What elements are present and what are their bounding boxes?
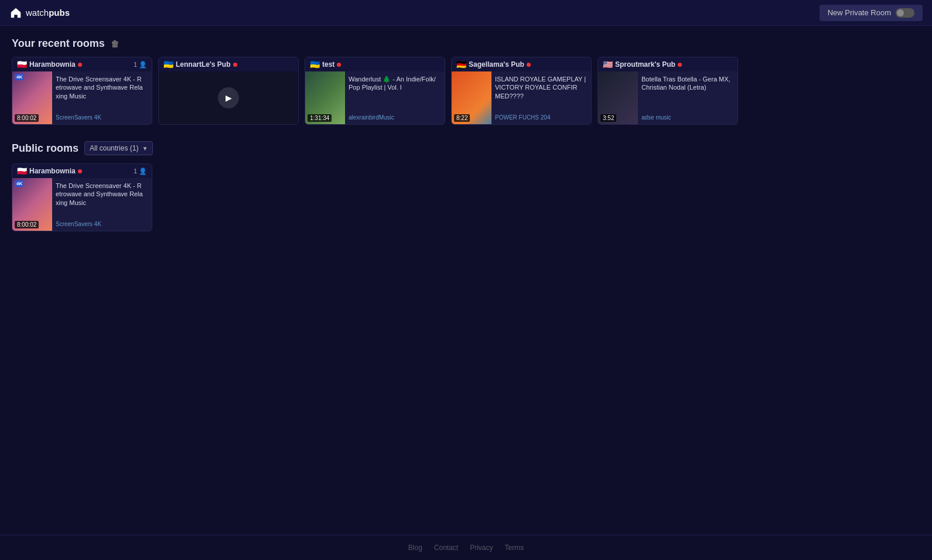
room-card-header: 🇺🇸Sproutmark's Pub xyxy=(598,57,738,71)
room-thumbnail: 3:52Botella Tras Botella - Gera MX, Chri… xyxy=(598,71,738,124)
private-room-toggle[interactable] xyxy=(896,8,914,18)
logo-text: watchpubs xyxy=(26,8,70,18)
video-title: ISLAND ROYALE GAMEPLAY | VICTORY ROYALE … xyxy=(495,75,588,100)
live-dot xyxy=(78,63,82,67)
new-private-room-button[interactable]: New Private Room xyxy=(820,5,923,21)
chevron-down-icon: ▼ xyxy=(142,145,148,152)
4k-badge: 4K xyxy=(15,74,24,80)
video-channel: ScreenSavers 4K xyxy=(56,114,148,121)
room-card-test[interactable]: 🇺🇦test1:31:34Wanderlust 🌲 - An Indie/Fol… xyxy=(305,57,445,125)
video-title: The Drive Screensaver 4K - R etrowave an… xyxy=(56,75,148,100)
contact-link[interactable]: Contact xyxy=(434,544,458,552)
room-name: LennartLe's Pub xyxy=(176,60,231,69)
live-dot xyxy=(337,63,341,67)
flag-icon: 🇵🇱 xyxy=(17,166,27,176)
live-dot xyxy=(678,63,682,67)
person-icon: 👤 xyxy=(139,61,147,69)
privacy-link[interactable]: Privacy xyxy=(470,544,493,552)
room-thumbnail: 4K8:00:02The Drive Screensaver 4K - R et… xyxy=(12,178,152,231)
live-dot xyxy=(233,63,237,67)
room-thumbnail: 8:22ISLAND ROYALE GAMEPLAY | VICTORY ROY… xyxy=(452,71,591,124)
blog-link[interactable]: Blog xyxy=(408,544,422,552)
video-channel: POWER FUCHS 204 xyxy=(495,114,588,121)
play-button[interactable]: ▶ xyxy=(218,87,239,108)
video-title: The Drive Screensaver 4K - R etrowave an… xyxy=(56,182,148,207)
room-card-harambownia[interactable]: 🇵🇱Harambownia1👤4K8:00:02The Drive Screen… xyxy=(12,57,152,125)
video-title: Botella Tras Botella - Gera MX, Christia… xyxy=(641,75,734,92)
flag-icon: 🇺🇸 xyxy=(603,60,613,69)
header: watchpubs New Private Room xyxy=(0,0,932,26)
video-duration: 3:52 xyxy=(600,114,616,122)
live-dot xyxy=(78,169,82,173)
room-thumbnail: 4K8:00:02The Drive Screensaver 4K - R et… xyxy=(12,71,152,124)
recent-rooms-heading: Your recent rooms 🗑 xyxy=(12,37,920,50)
video-duration: 8:22 xyxy=(454,114,470,122)
flag-icon: 🇵🇱 xyxy=(17,60,27,69)
4k-badge: 4K xyxy=(15,180,24,187)
viewer-count: 1👤 xyxy=(134,168,147,175)
video-title: Wanderlust 🌲 - An Indie/Folk/ Pop Playli… xyxy=(349,75,441,92)
viewer-number: 1 xyxy=(134,61,137,68)
room-card-header: 🇺🇦test xyxy=(305,57,445,71)
person-icon: 👤 xyxy=(139,168,147,175)
flag-icon: 🇺🇦 xyxy=(163,60,173,69)
flag-icon: 🇩🇪 xyxy=(456,60,466,69)
video-channel: ScreenSavers 4K xyxy=(56,221,148,227)
room-name: Harambownia xyxy=(29,167,76,175)
flag-icon: 🇺🇦 xyxy=(310,60,320,69)
public-rooms-header: Public rooms All countries (1) ▼ xyxy=(12,141,920,155)
room-card-sagellama[interactable]: 🇩🇪Sagellama's Pub8:22ISLAND ROYALE GAMEP… xyxy=(451,57,592,125)
recent-rooms-row: 🇵🇱Harambownia1👤4K8:00:02The Drive Screen… xyxy=(12,57,920,125)
room-card-lennart[interactable]: 🇺🇦LennartLe's Pub▶ xyxy=(158,57,299,125)
room-card-sproutmark[interactable]: 🇺🇸Sproutmark's Pub3:52Botella Tras Botel… xyxy=(598,57,738,125)
viewer-count: 1👤 xyxy=(134,61,147,69)
room-card-header: 🇩🇪Sagellama's Pub xyxy=(452,57,591,71)
video-channel: alexrainbirdMusic xyxy=(349,114,441,121)
video-channel: adse music xyxy=(641,114,734,121)
terms-link[interactable]: Terms xyxy=(505,544,524,552)
video-duration: 8:00:02 xyxy=(15,114,39,122)
main-content: Your recent rooms 🗑 🇵🇱Harambownia1👤4K8:0… xyxy=(0,26,932,535)
video-duration: 1:31:34 xyxy=(308,114,332,122)
video-duration: 8:00:02 xyxy=(15,221,39,228)
logo[interactable]: watchpubs xyxy=(9,6,70,19)
room-thumbnail: 1:31:34Wanderlust 🌲 - An Indie/Folk/ Pop… xyxy=(305,71,445,124)
room-card-header: 🇺🇦LennartLe's Pub xyxy=(159,57,298,71)
room-name: Sagellama's Pub xyxy=(469,60,524,69)
home-icon xyxy=(9,6,22,19)
live-dot xyxy=(527,63,531,67)
room-card-header: 🇵🇱Harambownia1👤 xyxy=(12,164,152,178)
room-thumbnail: ▶ xyxy=(159,71,298,124)
room-card-harambownia-public[interactable]: 🇵🇱Harambownia1👤4K8:00:02The Drive Screen… xyxy=(12,163,152,231)
room-card-header: 🇵🇱Harambownia1👤 xyxy=(12,57,152,71)
room-name: Sproutmark's Pub xyxy=(615,60,675,69)
viewer-number: 1 xyxy=(134,168,137,175)
room-name: Harambownia xyxy=(29,60,76,69)
public-rooms-row: 🇵🇱Harambownia1👤4K8:00:02The Drive Screen… xyxy=(12,163,920,231)
footer: Blog Contact Privacy Terms xyxy=(0,535,932,560)
room-name: test xyxy=(322,60,334,69)
countries-filter-dropdown[interactable]: All countries (1) ▼ xyxy=(84,141,153,155)
clear-rooms-icon[interactable]: 🗑 xyxy=(111,39,119,49)
